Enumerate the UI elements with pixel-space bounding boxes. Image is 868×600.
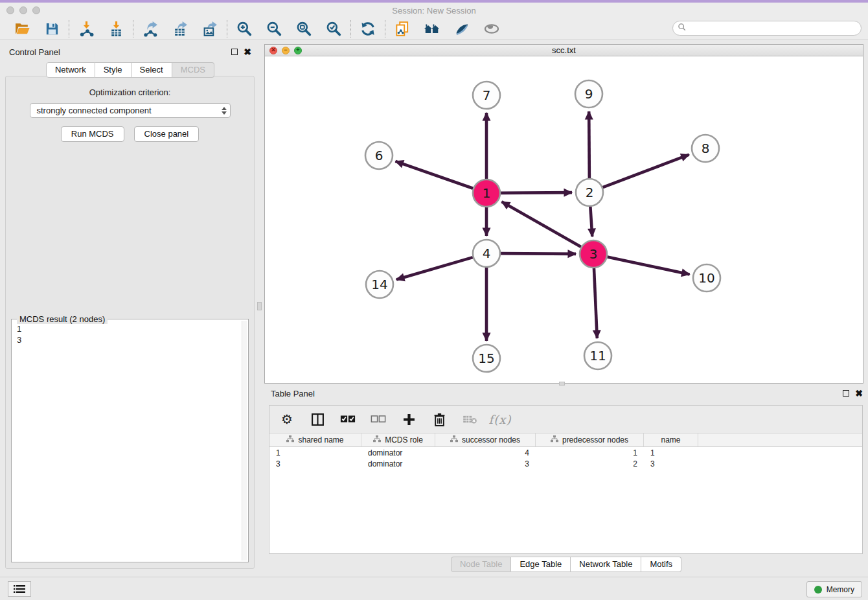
zoom-selected-icon[interactable] — [325, 21, 342, 38]
export-image-icon[interactable] — [201, 21, 218, 38]
graph-node-label-15: 15 — [478, 351, 494, 366]
table-cell[interactable]: 3 — [435, 459, 536, 468]
run-mcds-button[interactable]: Run MCDS — [61, 126, 124, 142]
column-tree-icon — [450, 435, 458, 444]
graph-edge-3-11[interactable] — [594, 268, 597, 338]
table-columns-icon[interactable] — [310, 411, 325, 427]
tab-edge-table[interactable]: Edge Table — [511, 557, 571, 572]
tab-style[interactable]: Style — [95, 62, 131, 78]
zoom-fit-icon[interactable] — [295, 21, 312, 38]
graph-edge-1-2[interactable] — [501, 192, 572, 193]
mcds-tab-content: Optimization criterion: strongly connect… — [5, 76, 255, 569]
table-settings-icon[interactable]: ⚙ — [279, 411, 295, 427]
delete-columns-icon[interactable] — [431, 411, 447, 427]
control-panel-tabs: Network Style Select MCDS — [4, 62, 257, 78]
graph-edge-4-14[interactable] — [396, 257, 473, 279]
tab-select[interactable]: Select — [131, 62, 172, 78]
close-panel-button[interactable]: Close panel — [134, 126, 200, 142]
criterion-select[interactable]: strongly connected component — [30, 103, 231, 118]
table-cell[interactable]: 1 — [536, 448, 644, 457]
table-cell[interactable]: 3 — [269, 459, 361, 468]
graph-edge-3-10[interactable] — [608, 257, 690, 275]
panel-divider-grip[interactable] — [257, 302, 262, 310]
open-session-icon[interactable] — [14, 21, 30, 38]
criterion-select-value: strongly connected component — [37, 106, 152, 115]
apply-layout-icon[interactable] — [360, 21, 376, 38]
create-column-icon[interactable] — [401, 411, 417, 427]
table-close-panel-icon[interactable]: ✖ — [855, 390, 863, 397]
table-cell[interactable]: 3 — [644, 459, 698, 468]
unselect-all-columns-icon[interactable] — [371, 411, 386, 427]
table-float-panel-icon[interactable] — [843, 390, 849, 397]
network-window-title: scc.txt — [265, 45, 863, 55]
column-header-successor-nodes[interactable]: successor nodes — [435, 433, 536, 446]
select-stepper-icon — [222, 107, 227, 115]
table-cell[interactable]: 4 — [435, 448, 536, 457]
float-panel-icon[interactable] — [231, 49, 238, 55]
search-input[interactable] — [687, 24, 861, 33]
column-header-name[interactable]: name — [644, 433, 698, 446]
duplicate-network-icon[interactable] — [394, 21, 411, 38]
column-header-shared-name[interactable]: shared name — [269, 433, 361, 446]
status-bar: Memory — [0, 577, 868, 600]
graph-node-label-9: 9 — [585, 86, 593, 102]
graph-edge-2-9[interactable] — [589, 111, 589, 178]
zoom-out-icon[interactable] — [266, 21, 282, 38]
zoom-in-icon[interactable] — [236, 21, 253, 38]
select-all-columns-icon[interactable] — [340, 411, 356, 427]
mcds-result-box: MCDS result (2 nodes) 1 3 — [11, 319, 249, 562]
table-cell[interactable]: dominator — [361, 448, 435, 457]
control-panel: Control Panel ✖ Network Style Select MCD… — [4, 44, 257, 569]
delete-table-icon[interactable] — [462, 411, 477, 427]
export-table-icon[interactable] — [172, 21, 188, 38]
column-header-label: name — [661, 435, 680, 444]
graph-node-label-11: 11 — [589, 348, 606, 363]
table-body: 1dominator4113dominator323 — [269, 447, 862, 469]
task-history-button[interactable] — [8, 581, 31, 597]
save-session-icon[interactable] — [43, 21, 60, 38]
column-tree-icon — [373, 435, 381, 444]
column-header-predecessor-nodes[interactable]: predecessor nodes — [536, 433, 644, 446]
graph-node-label-1: 1 — [483, 185, 491, 201]
function-builder-icon[interactable]: f(x) — [492, 411, 508, 427]
network-canvas-svg[interactable]: 7968124314101511 — [265, 56, 863, 383]
tab-motifs[interactable]: Motifs — [641, 557, 681, 572]
search-box[interactable] — [672, 21, 862, 36]
graph-node-label-7: 7 — [483, 87, 491, 103]
graph-node-label-6: 6 — [375, 148, 383, 163]
table-toolbar: ⚙ f(x) — [269, 406, 862, 433]
column-header-MCDS-role[interactable]: MCDS role — [361, 433, 435, 446]
import-network-icon[interactable] — [78, 21, 95, 38]
close-panel-icon[interactable]: ✖ — [244, 49, 251, 55]
table-row[interactable]: 1dominator411 — [269, 447, 862, 458]
graph-edge-2-3[interactable] — [590, 207, 592, 237]
result-scrollbar[interactable] — [242, 321, 247, 560]
table-panel-title: Table Panel — [271, 389, 315, 398]
tab-mcds[interactable]: MCDS — [172, 62, 214, 78]
memory-label: Memory — [827, 585, 854, 594]
tab-node-table[interactable]: Node Table — [451, 557, 512, 572]
table-panel-tabs: Node Table Edge Table Network Table Moti… — [264, 557, 868, 572]
table-cell[interactable]: dominator — [361, 459, 435, 468]
tab-network-table[interactable]: Network Table — [571, 557, 641, 572]
export-network-icon[interactable] — [142, 21, 159, 38]
memory-button[interactable]: Memory — [806, 581, 862, 597]
node-table-container: ⚙ f(x) shared nameMCDS rolesuccessor nod… — [269, 405, 863, 554]
table-cell[interactable]: 1 — [644, 448, 698, 457]
table-row[interactable]: 3dominator323 — [269, 458, 862, 469]
table-cell[interactable]: 1 — [269, 448, 361, 457]
graph-edge-3-1[interactable] — [501, 202, 580, 247]
graph-edge-1-6[interactable] — [395, 161, 473, 189]
control-panel-title: Control Panel — [9, 47, 60, 57]
import-table-icon[interactable] — [108, 21, 124, 38]
network-window-titlebar[interactable]: ✕ − + scc.txt — [265, 45, 863, 56]
show-all-eye-icon[interactable] — [483, 21, 500, 38]
graph-node-label-2: 2 — [586, 185, 594, 200]
tab-network[interactable]: Network — [46, 62, 95, 78]
first-neighbors-icon[interactable] — [424, 21, 440, 38]
table-cell[interactable]: 2 — [536, 459, 644, 468]
column-tree-icon — [551, 435, 558, 444]
graph-edge-4-3[interactable] — [501, 253, 576, 254]
hide-selected-icon[interactable] — [453, 21, 470, 38]
graph-edge-2-8[interactable] — [603, 155, 689, 188]
